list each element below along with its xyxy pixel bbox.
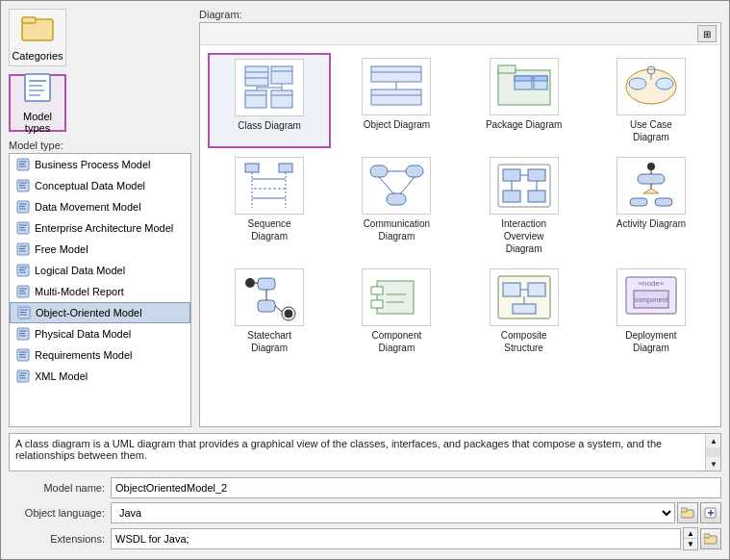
- svg-rect-104: [655, 198, 672, 206]
- svg-line-91: [400, 177, 415, 194]
- diagram-area: Diagram: ⊞ Class: [199, 9, 721, 427]
- diagram-name-activity: Activity Diagram: [617, 217, 686, 230]
- model-list-label: Conceptual Data Model: [35, 180, 145, 191]
- model-list-item[interactable]: Requirements Model: [10, 344, 190, 366]
- diagram-item-object[interactable]: Object Diagram: [335, 53, 458, 148]
- svg-rect-93: [503, 169, 520, 181]
- diagram-item-component[interactable]: Component Diagram: [335, 264, 458, 359]
- diagram-name-usecase: Use Case Diagram: [613, 118, 690, 143]
- svg-rect-123: [513, 304, 536, 314]
- scroll-up[interactable]: ▲: [706, 434, 721, 447]
- diagram-name-package: Package Diagram: [486, 118, 562, 131]
- form-section: Model name: Object language: Java: [9, 477, 721, 550]
- description-scrollbar[interactable]: ▲ ▼: [705, 434, 720, 471]
- diagram-thumb-composite: [490, 268, 559, 326]
- svg-rect-131: [681, 508, 687, 512]
- model-list-label: Logical Data Model: [35, 265, 125, 276]
- model-list-icon: [15, 284, 31, 299]
- diagram-grid-header: ⊞: [200, 23, 720, 45]
- svg-line-90: [379, 177, 394, 194]
- model-list-icon: [15, 178, 31, 193]
- diagram-name-class: Class Diagram: [238, 119, 301, 132]
- model-list-label: Multi-Model Report: [35, 286, 124, 297]
- extensions-input[interactable]: [111, 528, 681, 549]
- model-list-item[interactable]: Logical Data Model: [10, 260, 190, 281]
- model-list-icon: [16, 305, 32, 320]
- svg-rect-54: [271, 66, 292, 84]
- diagram-item-communication[interactable]: Communication Diagram: [335, 152, 458, 260]
- diagram-name-interaction: Interaction Overview Diagram: [486, 217, 563, 255]
- model-types-icon: [21, 72, 54, 109]
- diagram-name-component: Component Diagram: [358, 329, 435, 354]
- diagram-thumb-package: [490, 58, 559, 115]
- ext-spin-down[interactable]: ▼: [684, 539, 697, 549]
- svg-rect-69: [498, 65, 516, 73]
- svg-rect-115: [377, 281, 414, 314]
- model-list-item[interactable]: Object-Oriented Model: [10, 302, 190, 323]
- svg-point-107: [245, 278, 255, 288]
- object-language-label: Object language:: [9, 507, 105, 519]
- diagram-item-package[interactable]: Package Diagram: [463, 53, 586, 148]
- svg-text:component: component: [635, 296, 668, 304]
- description-text: A class diagram is a UML diagram that pr…: [15, 438, 715, 461]
- svg-rect-121: [503, 283, 520, 296]
- diagram-item-activity[interactable]: Activity Diagram: [590, 152, 713, 260]
- diagram-item-interaction[interactable]: Interaction Overview Diagram: [463, 152, 586, 260]
- model-list-icon: [15, 263, 31, 278]
- model-list-item[interactable]: Physical Data Model: [10, 323, 190, 344]
- model-name-input[interactable]: [111, 477, 721, 498]
- diagram-thumb-statechart: [235, 268, 304, 326]
- svg-rect-2: [25, 74, 50, 101]
- model-type-section: Model type: Business Process Model Conce…: [9, 140, 191, 427]
- diagram-thumb-communication: [362, 157, 431, 215]
- model-list-item[interactable]: XML Model: [10, 366, 190, 387]
- diagram-item-sequence[interactable]: Sequence Diagram: [208, 152, 331, 260]
- object-language-select[interactable]: Java: [111, 502, 675, 523]
- language-folder-btn[interactable]: [677, 502, 698, 523]
- model-list-item[interactable]: Enterprise Architecture Model: [10, 217, 190, 239]
- model-list-icon: [15, 326, 31, 342]
- model-list-item[interactable]: Data Movement Model: [10, 196, 190, 217]
- diagram-grid: Class Diagram Object Diagram Package Dia…: [200, 45, 720, 367]
- extensions-browse-btn[interactable]: [700, 528, 721, 549]
- diagram-thumb-usecase: [617, 58, 686, 115]
- svg-point-75: [629, 78, 646, 89]
- model-list-item[interactable]: Business Process Model: [10, 154, 190, 175]
- categories-panel: Categories Model types: [9, 9, 191, 132]
- svg-rect-79: [245, 164, 259, 172]
- diagram-item-class[interactable]: Class Diagram: [208, 53, 331, 148]
- svg-rect-1: [22, 17, 36, 23]
- object-language-group: Java: [111, 502, 721, 523]
- svg-rect-80: [279, 164, 292, 172]
- diagram-name-communication: Communication Diagram: [358, 217, 435, 242]
- svg-rect-109: [258, 300, 275, 312]
- language-new-btn[interactable]: [700, 502, 721, 523]
- diagram-item-deployment[interactable]: «node» component Deployment Diagram: [590, 264, 713, 359]
- model-list-label: Physical Data Model: [35, 328, 131, 340]
- model-types-button[interactable]: Model types: [9, 74, 66, 132]
- diagram-item-composite[interactable]: Composite Structure: [463, 264, 586, 359]
- svg-rect-87: [406, 165, 423, 177]
- model-list-label: Object-Oriented Model: [36, 307, 142, 318]
- diagram-thumb-activity: [617, 157, 686, 215]
- model-list-item[interactable]: Conceptual Data Model: [10, 175, 190, 196]
- svg-point-76: [656, 78, 673, 89]
- model-list-item[interactable]: Free Model: [10, 239, 190, 260]
- scroll-down[interactable]: ▼: [706, 457, 721, 471]
- diagram-item-statechart[interactable]: Statechart Diagram: [208, 264, 331, 359]
- model-type-list[interactable]: Business Process Model Conceptual Data M…: [9, 153, 191, 427]
- extensions-row: Extensions: ▲ ▼: [9, 527, 721, 550]
- diagram-name-composite: Composite Structure: [486, 329, 563, 354]
- diagram-name-object: Object Diagram: [364, 118, 430, 131]
- categories-button[interactable]: Categories: [9, 9, 66, 66]
- model-list-icon: [15, 242, 31, 257]
- svg-rect-56: [245, 90, 266, 108]
- diagram-name-statechart: Statechart Diagram: [231, 329, 308, 354]
- model-list-label: Enterprise Architecture Model: [35, 222, 173, 234]
- svg-rect-63: [371, 66, 421, 82]
- diagram-scrollable[interactable]: Class Diagram Object Diagram Package Dia…: [200, 45, 720, 423]
- diagram-item-usecase[interactable]: Use Case Diagram: [590, 53, 713, 148]
- model-list-item[interactable]: Multi-Model Report: [10, 281, 190, 302]
- grid-view-button[interactable]: ⊞: [697, 25, 717, 42]
- ext-spin-up[interactable]: ▲: [684, 528, 697, 539]
